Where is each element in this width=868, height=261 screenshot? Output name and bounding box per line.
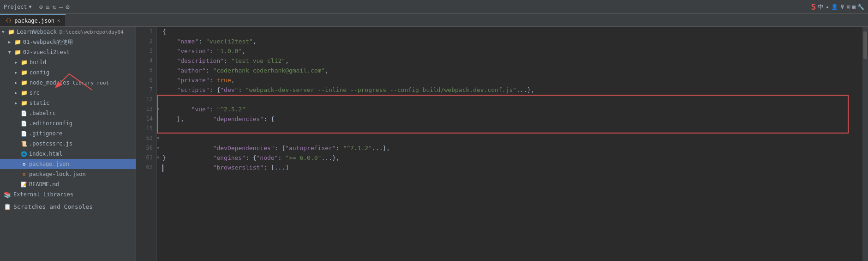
sidebar-item-package-lock-json[interactable]: ▶ ⚙ package-lock.json [0, 169, 136, 179]
fold-icon-12: ▼ [157, 104, 159, 114]
sidebar-item-static[interactable]: ▶ 📁 static [0, 98, 136, 108]
sidebar-item-index-html[interactable]: ▶ 🌐 index.html [0, 149, 136, 159]
editor-content: 1 2 3 4 5 6 7 12 13 14 15 52 56 61 62 [136, 27, 868, 261]
code-line-52: ▼ "engines": {"node": ">= 6.0.0"...}, [162, 134, 862, 143]
scratches-icon: 📋 [4, 203, 11, 210]
line-num-61: 61 [136, 153, 153, 163]
chevron-right-icon-build: ▶ [15, 60, 19, 65]
code-line-5: "author": "coderhank coderhank@gmail.com… [162, 66, 862, 75]
line-numbers: 1 2 3 4 5 6 7 12 13 14 15 52 56 61 62 [136, 27, 157, 261]
brand-icon: S [811, 2, 816, 12]
sidebar-item-02vuecli2test[interactable]: ▼ 📁 02-vuecli2test [0, 47, 136, 57]
sidebar-item-postcssrc[interactable]: ▶ 📜 .postcssrc.js [0, 139, 136, 149]
chevron-down-icon-02: ▼ [8, 50, 13, 55]
sidebar: ▼ 📁 LearnWebpack D:\code\webrepo\day04 ▶… [0, 27, 136, 261]
fold-icon-56: ▼ [157, 153, 159, 163]
file-icon-babelrc: 📄 [21, 110, 27, 116]
sort-icon[interactable]: ⇅ [52, 3, 56, 11]
line-num-56: 56 [136, 143, 153, 153]
file-icon-editorconfig: 📄 [21, 121, 27, 127]
tab-bar: {} package.json × [0, 14, 868, 27]
folder-icon-nodemodules: 📁 [21, 79, 28, 86]
sidebar-item-project-root[interactable]: ▼ 📁 LearnWebpack D:\code\webrepo\day04 [0, 27, 136, 37]
sidebar-item-readme[interactable]: ▶ 📝 README.md [0, 179, 136, 189]
file-icon-gitignore: 📄 [21, 131, 27, 137]
sidebar-item-config[interactable]: ▶ 📁 config [0, 67, 136, 78]
sidebar-item-scratches[interactable]: 📋 Scratches and Consoles [0, 200, 136, 213]
line-num-1: 1 [136, 27, 153, 36]
settings-icon[interactable]: ⚙ [66, 3, 69, 11]
tab-package-json[interactable]: {} package.json × [0, 14, 66, 26]
code-area[interactable]: { "name": "vuecli2test", "version": "1.0… [157, 27, 862, 261]
line-num-14: 14 [136, 114, 153, 124]
sidebar-item-01webpack[interactable]: ▶ 📁 01-webpack的使用 [0, 37, 136, 47]
line-num-4: 4 [136, 56, 153, 66]
tiles-icon: ▦ [852, 4, 856, 10]
file-icon-postcssrc: 📜 [21, 141, 27, 147]
code-line-13: "vue": "^2.5.2" [162, 104, 862, 114]
code-line-4: "description": "test vue cli2", [162, 56, 862, 66]
file-editorconfig-label: .editorconfig [29, 120, 72, 127]
file-indexhtml-label: index.html [29, 151, 62, 157]
ext-libs-icon: 📚 [4, 191, 11, 198]
code-line-61: } [162, 153, 862, 163]
folder-static-label: static [30, 100, 49, 106]
line-num-52: 52 [136, 134, 153, 143]
user-icon: 👤 [831, 4, 838, 10]
sidebar-item-src[interactable]: ▶ 📁 src [0, 88, 136, 98]
sidebar-item-external-libraries[interactable]: 📚 External Libraries [0, 189, 136, 200]
line-num-2: 2 [136, 36, 153, 46]
line-num-12: 12 [136, 95, 153, 104]
line-num-6: 6 [136, 75, 153, 85]
toolbar-right: S 中 ✦ 👤 🎙 ⊞ ▦ 🔧 [811, 2, 864, 12]
editor-scrollbar-thumb [863, 31, 867, 59]
editor-scrollbar[interactable] [862, 27, 868, 261]
file-packagelockjson-label: package-lock.json [29, 171, 86, 177]
toolbar: Project ▼ ⊕ ≡ ⇅ – ⚙ S 中 ✦ 👤 🎙 ⊞ ▦ 🔧 [0, 0, 868, 14]
project-title[interactable]: Project ▼ [4, 4, 32, 10]
code-line-15: ▼ "devDependencies": {"autoprefixer": "^… [162, 124, 862, 134]
library-root-badge: library root [72, 80, 109, 86]
project-root-path: D:\code\webrepo\day04 [60, 29, 124, 35]
sparkle-icon: ✦ [826, 4, 829, 10]
chevron-right-icon: ▶ [8, 40, 13, 44]
fold-icon-15: ▼ [157, 134, 159, 143]
file-packagejson-label: package.json [29, 161, 69, 167]
project-label: Project [4, 4, 27, 10]
code-line-7: "scripts": {"dev": "webpack-dev-server -… [162, 85, 862, 95]
scratches-label: Scratches and Consoles [13, 203, 93, 210]
file-icon-packagelockjson: ⚙ [21, 171, 27, 177]
localize-icon[interactable]: ⊕ [39, 3, 43, 11]
file-babelrc-label: .babelrc [29, 110, 56, 116]
chinese-icon: 中 [818, 3, 824, 11]
sidebar-item-build[interactable]: ▶ 📁 build [0, 57, 136, 67]
chevron-right-icon-static: ▶ [15, 101, 19, 105]
minimize-icon[interactable]: – [59, 3, 63, 11]
project-folder-icon: 📁 [8, 29, 15, 35]
line-num-5: 5 [136, 66, 153, 75]
file-icon-readme: 📝 [21, 182, 27, 188]
sidebar-item-gitignore[interactable]: ▶ 📄 .gitignore [0, 128, 136, 139]
folder-icon-build: 📁 [21, 59, 28, 66]
code-line-1: { [162, 27, 862, 36]
code-line-62 [162, 163, 862, 172]
line-num-3: 3 [136, 46, 153, 56]
project-dropdown-icon[interactable]: ▼ [29, 4, 32, 9]
sidebar-item-package-json[interactable]: ▶ ⚙ package.json [0, 159, 136, 169]
chevron-right-icon-config: ▶ [15, 70, 19, 75]
folder-icon-src: 📁 [21, 90, 28, 96]
folder-icon-01webpack: 📁 [14, 39, 21, 45]
list-icon[interactable]: ≡ [46, 3, 49, 11]
code-line-56: ▼ "browserslist": [...] [162, 143, 862, 153]
chevron-right-icon-nodemodules: ▶ [15, 80, 19, 85]
tab-close-button[interactable]: × [57, 18, 60, 23]
sidebar-item-editorconfig[interactable]: ▶ 📄 .editorconfig [0, 118, 136, 128]
fold-icon-52: ▼ [157, 143, 159, 153]
sidebar-item-babelrc[interactable]: ▶ 📄 .babelrc [0, 108, 136, 118]
main-area: ▼ 📁 LearnWebpack D:\code\webrepo\day04 ▶… [0, 27, 868, 261]
folder-config-label: config [30, 69, 49, 76]
folder-icon-static: 📁 [21, 100, 28, 106]
toolbar-icons: ⊕ ≡ ⇅ – ⚙ [39, 3, 70, 11]
sidebar-item-node-modules[interactable]: ▶ 📁 node_modules library root [0, 78, 136, 88]
line-num-7: 7 [136, 85, 153, 95]
